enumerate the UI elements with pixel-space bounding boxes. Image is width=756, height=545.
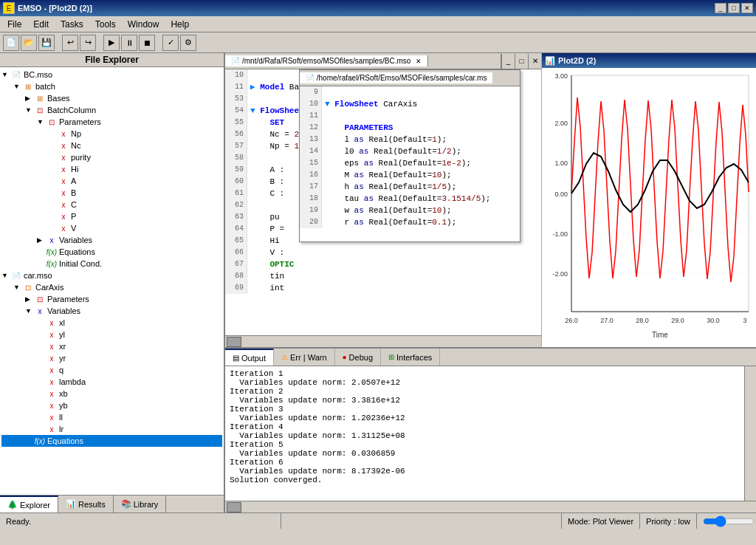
overlay-content[interactable]: 9 10 ▼ FlowSheet CarAxis 11 12 — [300, 86, 520, 241]
eq-icon: f(x) — [46, 247, 58, 257]
tree-item-yr[interactable]: x yr — [1, 352, 222, 364]
code-maximize-btn[interactable]: □ — [515, 54, 528, 69]
tab-output[interactable]: ▤ Output — [225, 349, 274, 366]
tree-item-lambda[interactable]: x lambda — [1, 376, 222, 388]
param-icon-np: x — [58, 128, 69, 139]
menu-file[interactable]: File — [1, 18, 27, 31]
tree-item-parameters[interactable]: ▼ ⊡ Parameters — [1, 116, 222, 128]
toolbar-open[interactable]: 📂 — [21, 35, 37, 51]
tab-errwarn[interactable]: ⚠ Err | Warn — [274, 349, 335, 366]
overlay-line-9: 9 — [300, 86, 520, 98]
code-tab-bar: 📄 /mnt/d/Rafa/RSoft/emso/MSOfiles/sample… — [225, 53, 541, 69]
tab-explorer[interactable]: 🌲 Explorer — [0, 496, 58, 513]
tree-item-xb[interactable]: x xb — [1, 388, 222, 400]
code-tab-icon-bc: 📄 — [231, 57, 240, 65]
tree-expand-bc[interactable]: ▼ — [1, 71, 10, 78]
minimize-button[interactable]: _ — [715, 3, 726, 13]
tree-item-q[interactable]: x q — [1, 364, 222, 376]
output-tabs: ▤ Output ⚠ Err | Warn ● Debug ⊞ Interfac… — [225, 349, 756, 366]
plot-panel: 📊 Plot2D (2) — [542, 53, 756, 347]
tree-item-b[interactable]: x B — [1, 187, 222, 199]
toolbar-pause[interactable]: ⏸ — [121, 35, 137, 51]
menu-tasks[interactable]: Tasks — [55, 18, 89, 31]
toolbar-redo[interactable]: ↪ — [80, 35, 96, 51]
tree-item-v[interactable]: x V — [1, 222, 222, 234]
code-minimize-btn[interactable]: _ — [501, 54, 515, 69]
tree-item-yb[interactable]: x yb — [1, 400, 222, 411]
tree-item-nc[interactable]: x Nc — [1, 140, 222, 151]
overlay-tab-car[interactable]: 📄 /home/rafael/RSoft/Emso/MSOFiles/sampl… — [300, 72, 492, 83]
menu-tools[interactable]: Tools — [89, 18, 122, 31]
menu-window[interactable]: Window — [122, 18, 165, 31]
var-icon-lambda: x — [46, 377, 58, 387]
tab-library[interactable]: 📚 Library — [114, 496, 167, 513]
menu-edit[interactable]: Edit — [27, 18, 55, 31]
output-line-converged: Solution converged. — [230, 476, 740, 484]
tree-item-xr[interactable]: x xr — [1, 340, 222, 352]
tree-item-p[interactable]: x P — [1, 210, 222, 222]
tree-item-variables[interactable]: ▶ x Variables — [1, 234, 222, 246]
tree-item-car-eq[interactable]: f(x) Equations — [1, 435, 222, 447]
tree-expand-batch[interactable]: ▼ — [13, 83, 22, 90]
toolbar-stop[interactable]: ⏹ — [139, 35, 155, 51]
tree-item-lr[interactable]: x lr — [1, 423, 222, 435]
toolbar-check[interactable]: ✓ — [162, 35, 179, 51]
maximize-button[interactable]: □ — [728, 3, 740, 13]
tree-item-batchcolumn[interactable]: ▼ ⊡ BatchColumn — [1, 104, 222, 116]
tab-interfaces[interactable]: ⊞ Interfaces — [381, 349, 440, 366]
car-var-icon: x — [34, 306, 46, 316]
tree-item-a[interactable]: x A — [1, 175, 222, 187]
tree-item-bc-mso[interactable]: ▼ 📄 BC.mso — [1, 69, 222, 80]
title-bar: E EMSO - [Plot2D (2)] _ □ ✕ — [0, 0, 756, 16]
output-line-4: Variables update norm: 3.3816e+12 — [230, 396, 740, 405]
svg-text:1.00: 1.00 — [554, 160, 568, 167]
code-tab-close-bc[interactable]: ✕ — [416, 58, 422, 65]
toolbar-run[interactable]: ▶ — [103, 35, 120, 51]
tree-expand-car[interactable]: ▼ — [1, 272, 10, 279]
tab-debug[interactable]: ● Debug — [335, 349, 381, 366]
tree-item-car-mso[interactable]: ▼ 📄 car.mso — [1, 270, 222, 281]
caraxis-icon: ⊡ — [22, 282, 34, 292]
tree-expand-batchcol[interactable]: ▼ — [25, 106, 34, 114]
tree-item-initialcond[interactable]: f(x) Initial Cond. — [1, 258, 222, 270]
menu-help[interactable]: Help — [165, 18, 195, 31]
tree-label-q: q — [59, 366, 63, 374]
app-icon: E — [3, 2, 15, 14]
output-scrollbar[interactable] — [744, 366, 756, 501]
var-icon-yl: x — [46, 329, 58, 340]
tree-item-xl[interactable]: x xl — [1, 317, 222, 329]
toolbar-settings[interactable]: ⚙ — [180, 35, 196, 51]
tree-item-np[interactable]: x Np — [1, 128, 222, 140]
tree-item-car-vars[interactable]: ▼ x Variables — [1, 305, 222, 317]
explorer-tree[interactable]: ▼ 📄 BC.mso ▼ ⊞ batch ▶ ⊞ Bases — [0, 67, 224, 495]
tree-item-car-params[interactable]: ▶ ⊡ Parameters — [1, 293, 222, 305]
output-content[interactable]: Iteration 1 Variables update norm: 2.050… — [225, 366, 744, 501]
tree-expand-caraxis[interactable]: ▼ — [13, 284, 22, 291]
code-tab-path-bc: /mnt/d/Rafa/RSoft/emso/MSOfiles/samples/… — [242, 57, 410, 65]
var-icon-ll: x — [46, 412, 58, 422]
tree-item-ll[interactable]: x ll — [1, 411, 222, 423]
tree-item-equations[interactable]: f(x) Equations — [1, 246, 222, 258]
toolbar-new[interactable]: 📄 — [3, 35, 19, 51]
tree-expand-params[interactable]: ▼ — [37, 118, 46, 126]
toolbar-undo[interactable]: ↩ — [62, 35, 78, 51]
toolbar-save[interactable]: 💾 — [38, 35, 55, 51]
tree-item-yl[interactable]: x yl — [1, 329, 222, 340]
code-hscrollbar[interactable] — [225, 335, 541, 347]
tree-item-bases[interactable]: ▶ ⊞ Bases — [1, 92, 222, 104]
output-line-12: Variables update norm: 8.17392e-06 — [230, 467, 740, 476]
tree-item-batch[interactable]: ▼ ⊞ batch — [1, 80, 222, 92]
priority-slider[interactable] — [703, 515, 755, 527]
output-hscrollbar[interactable] — [225, 501, 756, 513]
tree-item-caraxis[interactable]: ▼ ⊡ CarAxis — [1, 281, 222, 293]
code-close-btn[interactable]: ✕ — [528, 54, 541, 69]
results-tab-icon: 📊 — [66, 499, 76, 509]
tree-arrow-bases[interactable]: ▶ — [25, 95, 34, 102]
close-button[interactable]: ✕ — [741, 3, 753, 13]
tree-item-purity[interactable]: x purity — [1, 151, 222, 163]
tree-item-hi[interactable]: x Hi — [1, 163, 222, 175]
tree-item-c[interactable]: x C — [1, 199, 222, 210]
tab-results[interactable]: 📊 Results — [58, 496, 114, 513]
status-slider[interactable] — [697, 513, 756, 529]
code-tab-bc[interactable]: 📄 /mnt/d/Rafa/RSoft/emso/MSOfiles/sample… — [225, 55, 428, 66]
